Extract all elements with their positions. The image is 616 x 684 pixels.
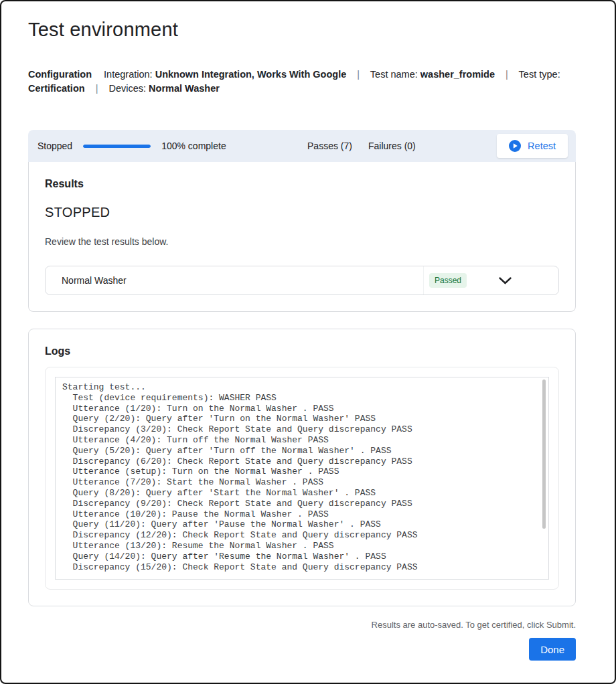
separator: | xyxy=(96,83,98,94)
log-panel: Starting test... Test (device requiremen… xyxy=(45,367,559,590)
integration-value: Unknown Integration, Works With Google xyxy=(155,69,347,80)
configuration-label: Configuration xyxy=(28,69,92,80)
log-line: Utterance (1/20): Turn on the Normal Was… xyxy=(62,404,538,414)
devices-label: Devices: xyxy=(108,83,146,94)
configuration-summary: Configuration Integration: Unknown Integ… xyxy=(28,68,576,96)
log-output[interactable]: Starting test... Test (device requiremen… xyxy=(55,377,549,580)
results-heading: Results xyxy=(45,178,559,190)
progress-bar xyxy=(83,145,151,148)
separator: | xyxy=(357,69,360,80)
test-type-label: Test type: xyxy=(519,69,560,80)
log-line: Discrepancy (6/20): Check Report State a… xyxy=(62,456,538,467)
log-line: Query (14/20): Query after 'Resume the N… xyxy=(62,551,538,562)
log-lines: Starting test... Test (device requiremen… xyxy=(62,382,538,572)
integration-label: Integration: xyxy=(104,69,153,80)
log-line: Utterance (4/20): Turn off the Normal Wa… xyxy=(62,435,538,446)
progress-text: 100% complete xyxy=(161,141,226,151)
log-line: Utterance (13/20): Resume the Normal Was… xyxy=(62,541,538,551)
logs-heading: Logs xyxy=(45,345,559,357)
results-description: Review the test results below. xyxy=(45,236,559,247)
results-state-text: STOPPED xyxy=(45,205,559,220)
footer: Results are auto-saved. To get certified… xyxy=(28,620,576,661)
log-line: Discrepancy (9/20): Check Report State a… xyxy=(62,499,538,509)
done-button[interactable]: Done xyxy=(529,638,576,661)
separator: | xyxy=(506,69,508,80)
log-line: Discrepancy (12/20): Check Report State … xyxy=(62,530,538,541)
log-line: Query (5/20): Query after 'Turn off the … xyxy=(62,446,538,456)
device-row-right: Passed xyxy=(423,266,542,294)
results-section: Results STOPPED Review the test results … xyxy=(28,162,576,312)
devices-value: Normal Washer xyxy=(149,83,220,94)
log-line: Utterance (7/20): Start the Normal Washe… xyxy=(62,477,538,488)
test-name-value: washer_fromide xyxy=(420,69,495,80)
chevron-down-icon[interactable] xyxy=(499,277,512,284)
failures-count: Failures (0) xyxy=(368,141,416,151)
log-line: Query (2/20): Query after 'Turn on the N… xyxy=(62,414,538,424)
test-environment-page: Test environment Configuration Integrati… xyxy=(0,0,616,684)
log-line: Discrepancy (3/20): Check Report State a… xyxy=(62,424,538,435)
status-state-label: Stopped xyxy=(37,141,72,151)
log-line: Utterance (10/20): Pause the Normal Wash… xyxy=(62,509,538,520)
log-line: Query (8/20): Query after 'Start the Nor… xyxy=(62,488,538,499)
passes-count: Passes (7) xyxy=(307,141,352,151)
pass-fail-counts: Passes (7) Failures (0) xyxy=(307,141,416,151)
device-name: Normal Washer xyxy=(62,275,127,286)
page-title: Test environment xyxy=(28,19,576,41)
log-line: Test (device requirements): WASHER PASS xyxy=(62,393,538,404)
log-line: Starting test... xyxy=(62,382,538,393)
progress-bar-fill xyxy=(83,145,151,148)
scrollbar-thumb[interactable] xyxy=(542,379,546,529)
log-line: Utterance (setup): Turn on the Normal Wa… xyxy=(62,466,538,477)
play-circle-icon xyxy=(509,140,521,152)
test-name-label: Test name: xyxy=(370,69,418,80)
log-line: Query (11/20): Query after 'Pause the No… xyxy=(62,519,538,530)
status-badge: Passed xyxy=(429,273,467,288)
retest-button-label: Retest xyxy=(528,141,556,151)
autosave-note: Results are auto-saved. To get certified… xyxy=(28,620,576,630)
device-result-row[interactable]: Normal Washer Passed xyxy=(45,266,559,295)
logs-section: Logs Starting test... Test (device requi… xyxy=(28,329,576,606)
test-type-value: Certification xyxy=(28,83,85,94)
log-line: Discrepancy (15/20): Check Report State … xyxy=(62,562,538,573)
retest-button[interactable]: Retest xyxy=(497,134,568,158)
test-status-bar: Stopped 100% complete Passes (7) Failure… xyxy=(28,130,576,162)
